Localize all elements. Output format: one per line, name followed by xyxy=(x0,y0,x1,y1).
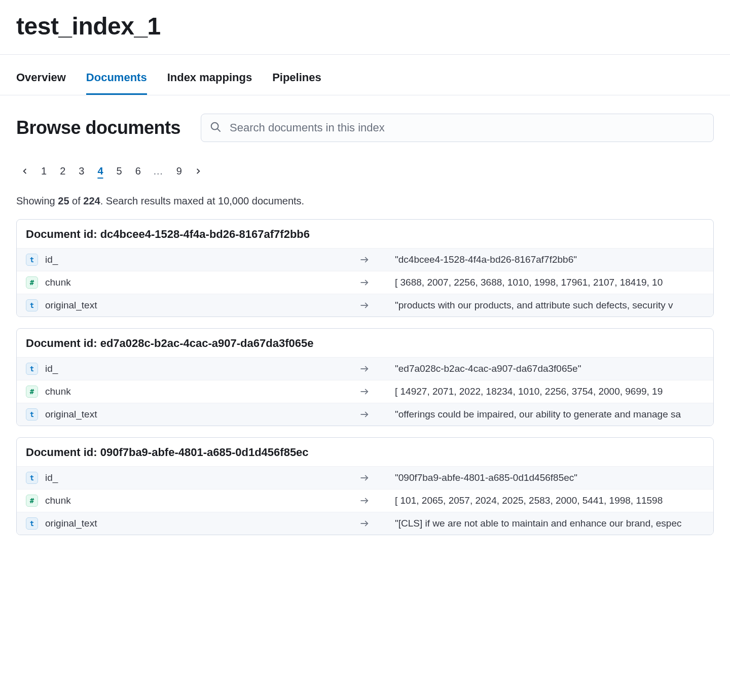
field-value: "ed7a028c-b2ac-4cac-a907-da67da3f065e" xyxy=(395,363,581,374)
document-header: Document id: ed7a028c-b2ac-4cac-a907-da6… xyxy=(17,329,713,357)
summary-total: 224 xyxy=(83,195,100,206)
arrow-right-icon xyxy=(359,387,395,397)
doc-id-prefix: Document id: xyxy=(26,446,100,459)
summary-prefix: Showing xyxy=(16,195,58,206)
field-name: id_ xyxy=(45,472,359,483)
field-value: "[CLS] if we are not able to maintain an… xyxy=(395,518,682,529)
field-type-number-icon: # xyxy=(26,495,38,507)
tab-index-mappings[interactable]: Index mappings xyxy=(167,71,252,95)
field-value: "090f7ba9-abfe-4801-a685-0d1d456f85ec" xyxy=(395,472,577,483)
document-card: Document id: ed7a028c-b2ac-4cac-a907-da6… xyxy=(16,328,714,426)
field-type-number-icon: # xyxy=(26,386,38,398)
arrow-right-icon xyxy=(359,518,395,529)
field-name: chunk xyxy=(45,386,359,397)
field-name: chunk xyxy=(45,495,359,506)
document-field: # chunk [ 101, 2065, 2057, 2024, 2025, 2… xyxy=(17,489,713,512)
document-field: t id_ "ed7a028c-b2ac-4cac-a907-da67da3f0… xyxy=(17,357,713,380)
document-field: t original_text "offerings could be impa… xyxy=(17,403,713,426)
doc-id: ed7a028c-b2ac-4cac-a907-da67da3f065e xyxy=(100,337,314,349)
field-name: chunk xyxy=(45,277,359,288)
page-6[interactable]: 6 xyxy=(134,164,142,178)
document-field: # chunk [ 14927, 2071, 2022, 18234, 1010… xyxy=(17,380,713,403)
page-1[interactable]: 1 xyxy=(40,164,48,178)
field-type-number-icon: # xyxy=(26,276,38,289)
page-last[interactable]: 9 xyxy=(175,164,183,178)
doc-id-prefix: Document id: xyxy=(26,228,100,240)
page-title: test_index_1 xyxy=(16,0,714,54)
field-type-text-icon: t xyxy=(26,517,38,530)
svg-point-0 xyxy=(211,123,218,130)
tab-pipelines[interactable]: Pipelines xyxy=(272,71,321,95)
field-value: [ 101, 2065, 2057, 2024, 2025, 2583, 200… xyxy=(395,495,663,506)
arrow-right-icon xyxy=(359,473,395,483)
pagination: 1 2 3 4 5 6 … 9 xyxy=(16,151,714,184)
page-3[interactable]: 3 xyxy=(78,164,85,178)
summary-suffix: . Search results maxed at 10,000 documen… xyxy=(100,195,304,206)
document-field: t original_text "products with our produ… xyxy=(17,294,713,317)
page-2[interactable]: 2 xyxy=(59,164,66,178)
doc-id: dc4bcee4-1528-4f4a-bd26-8167af7f2bb6 xyxy=(100,228,310,240)
doc-id-prefix: Document id: xyxy=(26,337,100,349)
field-type-text-icon: t xyxy=(26,363,38,375)
document-field: t id_ "dc4bcee4-1528-4f4a-bd26-8167af7f2… xyxy=(17,248,713,271)
browse-title: Browse documents xyxy=(16,117,180,138)
document-card: Document id: dc4bcee4-1528-4f4a-bd26-816… xyxy=(16,219,714,317)
tab-overview[interactable]: Overview xyxy=(16,71,66,95)
document-field: t id_ "090f7ba9-abfe-4801-a685-0d1d456f8… xyxy=(17,466,713,489)
prev-page-button[interactable] xyxy=(21,167,29,175)
doc-id: 090f7ba9-abfe-4801-a685-0d1d456f85ec xyxy=(100,446,309,459)
arrow-right-icon xyxy=(359,364,395,374)
search-wrap xyxy=(201,114,714,142)
page-5[interactable]: 5 xyxy=(116,164,123,178)
field-value: [ 14927, 2071, 2022, 18234, 1010, 2256, … xyxy=(395,386,663,397)
field-name: original_text xyxy=(45,409,359,420)
field-type-text-icon: t xyxy=(26,408,38,421)
summary-count: 25 xyxy=(58,195,69,206)
document-header: Document id: 090f7ba9-abfe-4801-a685-0d1… xyxy=(17,438,713,466)
tab-documents[interactable]: Documents xyxy=(86,71,147,95)
document-field: t original_text "[CLS] if we are not abl… xyxy=(17,512,713,535)
search-input[interactable] xyxy=(201,114,714,142)
tabs: Overview Documents Index mappings Pipeli… xyxy=(0,55,730,95)
field-name: original_text xyxy=(45,518,359,529)
page-ellipsis: … xyxy=(153,165,164,177)
field-type-text-icon: t xyxy=(26,254,38,266)
field-type-text-icon: t xyxy=(26,299,38,311)
summary-of: of xyxy=(69,195,84,206)
arrow-right-icon xyxy=(359,409,395,419)
field-value: "products with our products, and attribu… xyxy=(395,300,673,311)
field-name: id_ xyxy=(45,363,359,374)
field-name: original_text xyxy=(45,300,359,311)
browse-row: Browse documents xyxy=(16,95,714,151)
document-card: Document id: 090f7ba9-abfe-4801-a685-0d1… xyxy=(16,437,714,535)
arrow-right-icon xyxy=(359,277,395,288)
field-value: [ 3688, 2007, 2256, 3688, 1010, 1998, 17… xyxy=(395,277,663,288)
field-value: "offerings could be impaired, our abilit… xyxy=(395,409,681,420)
document-field: # chunk [ 3688, 2007, 2256, 3688, 1010, … xyxy=(17,271,713,294)
page-4[interactable]: 4 xyxy=(96,164,104,178)
next-page-button[interactable] xyxy=(194,167,202,175)
arrow-right-icon xyxy=(359,496,395,506)
field-name: id_ xyxy=(45,254,359,265)
field-value: "dc4bcee4-1528-4f4a-bd26-8167af7f2bb6" xyxy=(395,254,577,265)
results-summary: Showing 25 of 224. Search results maxed … xyxy=(16,184,714,219)
arrow-right-icon xyxy=(359,300,395,310)
field-type-text-icon: t xyxy=(26,472,38,484)
svg-line-1 xyxy=(217,129,221,132)
document-header: Document id: dc4bcee4-1528-4f4a-bd26-816… xyxy=(17,220,713,248)
search-icon xyxy=(210,121,221,134)
arrow-right-icon xyxy=(359,255,395,265)
